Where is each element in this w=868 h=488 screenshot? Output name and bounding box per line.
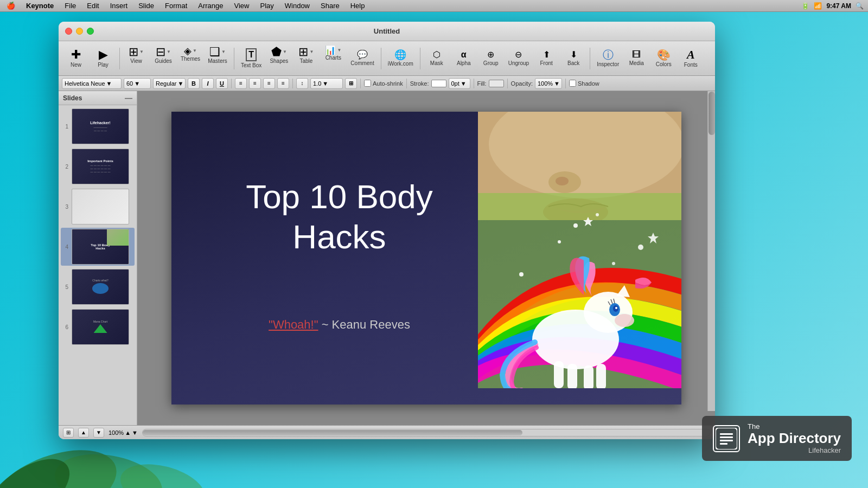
masters-button[interactable]: ❑ ▼ Masters (205, 44, 231, 73)
charts-dropdown-arrow: ▼ (337, 48, 341, 53)
font-size-select[interactable]: 60 ▼ (124, 78, 151, 89)
font-size-arrow: ▼ (134, 80, 140, 87)
align-center-button[interactable]: ≡ (249, 78, 261, 89)
autoshrink-label: Auto-shrink (373, 80, 403, 87)
shapes-button[interactable]: ⬟ ▼ Shapes (266, 44, 292, 73)
iwork-button[interactable]: 🌐 iWork.com (385, 44, 417, 73)
underline-button[interactable]: U (216, 78, 228, 89)
front-icon: ⬆ (543, 50, 550, 59)
menu-file[interactable]: File (62, 0, 78, 11)
font-style-select[interactable]: Regular ▼ (153, 78, 186, 89)
stroke-size-select[interactable]: 0pt ▼ (449, 78, 470, 89)
zoom-control[interactable]: 100% ▲ ▼ (108, 429, 138, 436)
align-right-button[interactable]: ≡ (263, 78, 275, 89)
slide-item-3[interactable]: 3 (61, 188, 135, 226)
slide-item-1[interactable]: 1 Lifehacker! ————— — — — — (61, 107, 135, 145)
toolbar-separator-2 (234, 48, 234, 69)
menu-help[interactable]: Help (348, 0, 367, 11)
opacity-select[interactable]: 100% ▼ (535, 78, 562, 89)
slide-thumbnail-1: Lifehacker! ————— — — — — (72, 108, 129, 144)
guides-button[interactable]: ⊟ ▼ Guides (150, 44, 176, 73)
toolbar-separator-5 (590, 48, 590, 69)
slide-canvas-area[interactable]: Top 10 Body Hacks "Whoah!" ~ Keanu Reeve… (137, 91, 715, 425)
zoom-stepper-down[interactable]: ▼ (132, 429, 138, 436)
ungroup-button[interactable]: ⊖ Ungroup (505, 44, 532, 73)
search-icon[interactable]: 🔍 (856, 2, 864, 10)
menu-view[interactable]: View (232, 0, 252, 11)
bold-button[interactable]: B (188, 78, 200, 89)
play-button[interactable]: ▶ Play (90, 44, 116, 73)
comment-button[interactable]: 💬 Comment (347, 44, 377, 73)
shadow-check[interactable] (569, 80, 576, 87)
zoom-stepper-up[interactable]: ▲ (125, 429, 131, 436)
fill-color-box[interactable] (489, 80, 504, 87)
svg-point-14 (612, 262, 615, 265)
slide-view-stepper-down[interactable]: ▼ (93, 428, 104, 438)
slide-thumbnail-6: Mana Chart (72, 309, 129, 345)
align-left-button[interactable]: ≡ (235, 78, 247, 89)
app-dir-name: App Directory (748, 431, 841, 446)
menu-play[interactable]: Play (258, 0, 276, 11)
menu-arrange[interactable]: Arrange (196, 0, 225, 11)
autoshrink-checkbox[interactable]: Auto-shrink (364, 80, 403, 87)
guides-dropdown-arrow: ▼ (167, 49, 171, 54)
close-button[interactable] (65, 28, 72, 35)
stroke-color-box[interactable] (431, 80, 446, 87)
app-menu-keynote[interactable]: Keynote (24, 0, 56, 11)
front-button[interactable]: ⬆ Front (533, 44, 559, 73)
menu-insert[interactable]: Insert (108, 0, 130, 11)
font-family-select[interactable]: Helvetica Neue ▼ (62, 78, 122, 89)
inspector-button[interactable]: ⓘ Inspector (593, 44, 622, 73)
media-button[interactable]: 🎞 Media (623, 44, 649, 73)
slide-item-2[interactable]: 2 Important Points — — — — — — — — — — —… (61, 147, 135, 185)
scroll-thumb[interactable] (709, 92, 715, 135)
fonts-button[interactable]: A Fonts (678, 44, 704, 73)
slide-item-4[interactable]: 4 Top 10 Body Hacks (61, 228, 135, 266)
vertical-scrollbar[interactable] (707, 91, 715, 411)
menu-edit[interactable]: Edit (85, 0, 101, 11)
textbox-button[interactable]: T Text Box (238, 44, 265, 73)
svg-point-15 (519, 272, 524, 277)
slides-collapse-button[interactable]: — (125, 94, 132, 102)
align-justify-button[interactable]: ≡ (277, 78, 289, 89)
alpha-button[interactable]: α Alpha (451, 44, 477, 73)
comment-icon: 💬 (357, 50, 368, 59)
autoshrink-check[interactable] (364, 80, 371, 87)
group-button[interactable]: ⊕ Group (478, 44, 504, 73)
maximize-button[interactable] (87, 28, 94, 35)
slide-item-5[interactable]: 5 Charts what? (61, 268, 135, 306)
shadow-checkbox[interactable]: Shadow (569, 80, 599, 87)
mask-button[interactable]: ⬡ Mask (424, 44, 450, 73)
minimize-button[interactable] (76, 28, 83, 35)
svg-rect-30 (720, 443, 727, 445)
horizontal-scrollbar-thumb[interactable] (143, 430, 522, 435)
themes-label: Themes (181, 56, 200, 62)
svg-rect-22 (554, 361, 564, 388)
menu-share[interactable]: Share (318, 0, 342, 11)
new-button[interactable]: ✚ New (63, 44, 89, 73)
colors-icon: 🎨 (657, 49, 671, 60)
slide-view-toggle[interactable]: ⊞ (63, 428, 74, 438)
line-spacing-button[interactable]: ↕ (296, 78, 308, 89)
menu-window[interactable]: Window (283, 0, 312, 11)
italic-button[interactable]: I (202, 78, 214, 89)
back-button[interactable]: ⬇ Back (560, 44, 586, 73)
menu-slide[interactable]: Slide (136, 0, 156, 11)
slide-item-6[interactable]: 6 Mana Chart (61, 308, 135, 346)
slide-view-stepper-up[interactable]: ▲ (78, 428, 89, 438)
view-button[interactable]: ⊞ ▼ View (123, 44, 149, 73)
themes-button[interactable]: ◈ ▼ Themes (177, 44, 203, 73)
menu-format[interactable]: Format (163, 0, 189, 11)
apple-menu[interactable]: 🍎 (4, 0, 17, 11)
guides-icon: ⊟ (156, 46, 165, 58)
horizontal-scrollbar[interactable] (142, 429, 711, 436)
charts-button[interactable]: 📊 ▼ Charts (320, 44, 346, 73)
app-directory-logo-svg (716, 428, 737, 450)
format-separator-4 (406, 79, 407, 88)
line-spacing-select[interactable]: 1.0 ▼ (310, 78, 343, 89)
opacity-label: Opacity: (511, 80, 533, 87)
colors-button[interactable]: 🎨 Colors (650, 44, 676, 73)
columns-button[interactable]: ⊞ (345, 78, 357, 89)
main-content: Slides — 1 Lifehacker! ————— — — — — (59, 91, 715, 425)
table-button[interactable]: ⊞ ▼ Table (293, 44, 319, 73)
